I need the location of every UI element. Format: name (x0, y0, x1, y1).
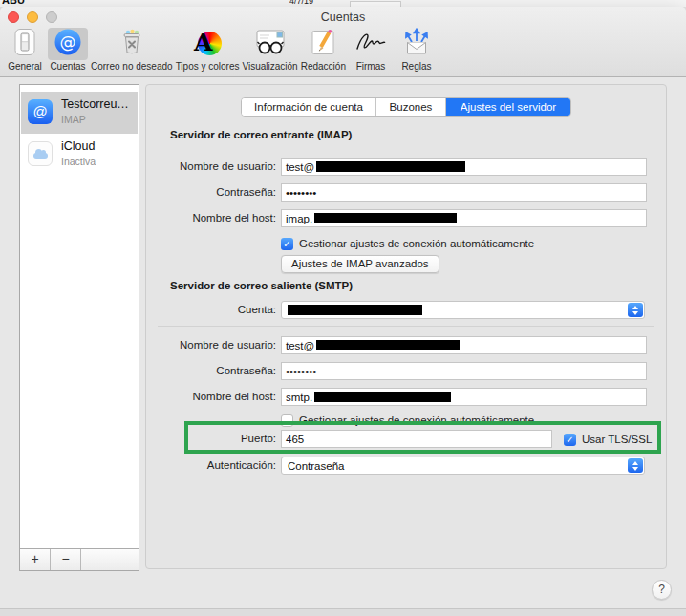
account-list-item-icloud[interactable]: iCloud Inactiva (21, 134, 138, 176)
tab-informacion-de-cuenta[interactable]: Información de cuenta (242, 98, 376, 116)
account-settings-panel: Información de cuenta Buzones Ajustes de… (145, 84, 667, 569)
signature-icon (354, 28, 387, 60)
imap-host-label: Nombre del host: (151, 209, 276, 227)
smtp-username-label: Nombre de usuario: (151, 336, 276, 354)
toolbar-item-label: Tipos y colores (176, 61, 240, 72)
window-title: Cuentas (0, 7, 686, 27)
account-name: iCloud (61, 139, 95, 153)
toolbar-item-label: Cuentas (50, 61, 85, 72)
toolbar-item-reglas[interactable]: Reglas (396, 28, 438, 72)
background-text-fragment: 4/7/19 (289, 0, 313, 6)
redaction-bar (314, 213, 457, 223)
smtp-password-label: Contraseña: (151, 362, 276, 380)
account-list-item-testcorreu[interactable]: @ Testcorreu… IMAP (21, 92, 138, 134)
toolbar-item-firmas[interactable]: Firmas (349, 28, 393, 72)
toolbar-item-visualizacion[interactable]: Visualización (243, 28, 298, 72)
redaction-bar (314, 392, 451, 402)
glasses-envelope-icon (254, 28, 287, 60)
section-divider (158, 326, 654, 327)
imap-username-input[interactable]: test@ (281, 158, 647, 176)
toolbar-item-correo-no-deseado[interactable]: Correo no deseado (91, 28, 173, 72)
redaction-bar (288, 305, 422, 315)
help-button[interactable]: ? (652, 580, 672, 600)
smtp-host-label: Nombre del host: (151, 388, 276, 406)
trash-icon (118, 28, 146, 60)
toolbar-item-label: Firmas (356, 61, 386, 72)
smtp-auth-select[interactable]: Contraseña (281, 457, 645, 475)
tab-buzones[interactable]: Buzones (376, 98, 446, 116)
account-type: IMAP (61, 114, 86, 125)
imap-username-value: test@ (286, 161, 314, 173)
at-icon: @ (54, 28, 82, 60)
background-window-top-strip: ABU 4/7/19 (0, 0, 686, 7)
imap-auto-settings-label: Gestionar ajustes de conexión automática… (299, 238, 534, 249)
toolbar-item-label: Redacción (301, 61, 346, 72)
sidebar-action-bar: + − (20, 548, 139, 570)
redaction-bar (316, 161, 465, 172)
title-bar: Cuentas (0, 7, 686, 27)
imap-host-value: imap. (286, 213, 312, 224)
imap-username-label: Nombre de usuario: (151, 158, 276, 176)
mail-preferences-window: Cuentas General @ Cuentas (0, 7, 686, 608)
smtp-host-value: smtp. (286, 392, 312, 403)
toolbar-item-label: Correo no deseado (91, 61, 173, 72)
toolbar-item-tipos-y-colores[interactable]: A Tipos y colores (176, 28, 240, 72)
toolbar-item-redaccion[interactable]: Redacción (301, 28, 346, 72)
background-text-fragment: ABU (2, 0, 25, 6)
accounts-sidebar: @ Testcorreu… IMAP iCloud Inactiva + − (19, 84, 139, 571)
toolbar-item-cuentas[interactable]: @ Cuentas (48, 28, 88, 72)
pencil-icon (309, 28, 337, 60)
smtp-username-input[interactable]: test@ (281, 336, 647, 354)
imap-host-input[interactable]: imap. (281, 209, 647, 227)
smtp-username-value: test@ (286, 340, 314, 351)
settings-tab-bar: Información de cuenta Buzones Ajustes de… (241, 97, 571, 117)
cloud-icon (28, 141, 53, 166)
svg-text:@: @ (60, 32, 76, 52)
smtp-auth-value: Contraseña (288, 460, 344, 472)
rules-envelope-icon (401, 28, 432, 60)
preferences-toolbar: General @ Cuentas Correo no deseado (0, 28, 686, 76)
tab-ajustes-del-servidor[interactable]: Ajustes del servidor (446, 98, 570, 116)
add-account-button[interactable]: + (20, 549, 51, 570)
smtp-password-input[interactable]: •••••••• (281, 362, 647, 380)
preferences-content: @ Testcorreu… IMAP iCloud Inactiva + − I… (0, 77, 686, 608)
at-account-icon: @ (28, 99, 53, 124)
smtp-account-select[interactable] (281, 301, 645, 319)
toolbar-item-label: General (8, 61, 42, 72)
account-name: Testcorreu… (61, 97, 129, 111)
outgoing-server-heading: Servidor de correo saliente (SMTP) (170, 280, 353, 291)
dropdown-stepper-icon (628, 303, 643, 317)
imap-password-label: Contraseña: (151, 183, 276, 202)
dropdown-stepper-icon (628, 458, 643, 473)
smtp-auth-label: Autenticación: (151, 457, 276, 475)
smtp-account-label: Cuenta: (151, 301, 276, 319)
account-type: Inactiva (61, 156, 96, 167)
toolbar-item-label: Visualización (243, 61, 298, 72)
fonts-colors-icon: A (193, 30, 222, 58)
toolbar-item-general[interactable]: General (5, 28, 45, 72)
imap-auto-settings-checkbox[interactable] (281, 238, 293, 250)
smtp-host-input[interactable]: smtp. (281, 388, 647, 406)
incoming-server-heading: Servidor de correo entrante (IMAP) (170, 129, 352, 140)
switch-icon (11, 28, 39, 60)
remove-account-button[interactable]: − (51, 549, 81, 570)
highlight-annotation-box (184, 421, 661, 454)
imap-password-value: •••••••• (286, 187, 316, 199)
redaction-bar (316, 340, 460, 350)
toolbar-item-label: Reglas (401, 61, 431, 72)
smtp-password-value: •••••••• (286, 366, 316, 377)
imap-advanced-settings-button[interactable]: Ajustes de IMAP avanzados (281, 255, 439, 273)
background-window-bottom-strip (0, 608, 686, 616)
window-chrome: Cuentas General @ Cuentas (0, 7, 686, 77)
imap-password-input[interactable]: •••••••• (281, 183, 647, 202)
